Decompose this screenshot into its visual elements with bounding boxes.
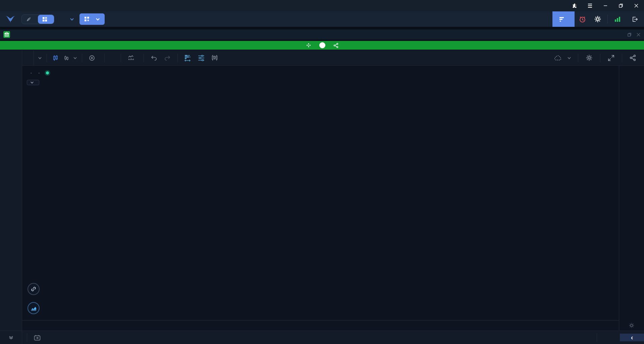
- mode-toggle: [21, 14, 54, 24]
- indicators-button[interactable]: [108, 50, 117, 65]
- indicators-collapse-button[interactable]: [27, 80, 39, 85]
- chevron-down-icon: [96, 18, 100, 21]
- save-button[interactable]: [551, 50, 575, 65]
- brightness-icon[interactable]: [629, 323, 635, 328]
- fullscreen-icon[interactable]: [604, 55, 619, 61]
- bar-style-icon[interactable]: [61, 55, 72, 61]
- redo-icon[interactable]: [161, 55, 174, 61]
- order-flow-panel-icon[interactable]: [181, 54, 195, 62]
- grid-icon: [42, 17, 47, 22]
- area-chart-icon: [31, 305, 37, 311]
- cloud-save-icon: [554, 55, 562, 61]
- chevron-down-icon: [70, 18, 74, 21]
- chart-canvas[interactable]: · ·: [22, 66, 619, 320]
- live-price: [0, 32, 644, 38]
- add-widget-icon: [84, 16, 90, 22]
- price-axis[interactable]: [619, 66, 644, 330]
- time-axis[interactable]: [22, 320, 619, 330]
- share-icon[interactable]: [333, 43, 338, 48]
- extensions-icon[interactable]: [567, 0, 582, 11]
- minimize-icon[interactable]: [598, 0, 613, 11]
- window-titlebar: [0, 0, 644, 11]
- exchange-bar[interactable]: [0, 41, 644, 50]
- undo-icon[interactable]: [147, 55, 161, 61]
- depth-panel-icon[interactable]: [195, 54, 208, 62]
- bottom-bar: ‹: [0, 331, 644, 344]
- chart-settings-icon[interactable]: [582, 54, 597, 61]
- pair-editor-button[interactable]: [552, 11, 575, 27]
- chart-legend[interactable]: · ·: [27, 70, 49, 76]
- collapse-panel-button[interactable]: ‹: [620, 334, 644, 341]
- gear-icon[interactable]: [590, 11, 605, 27]
- chevron-down-icon: [30, 81, 34, 84]
- btc-coin-icon: [319, 42, 325, 48]
- chevron-down-icon[interactable]: [38, 57, 42, 59]
- candlestick-style-icon[interactable]: [50, 55, 61, 61]
- pair-editor-icon: [559, 16, 565, 22]
- aurox-logo[interactable]: [5, 15, 16, 23]
- chart-widget-header: [0, 30, 644, 40]
- chart-toolbar: [0, 50, 644, 66]
- double-chevron-icon: [9, 336, 13, 340]
- workspace-selector[interactable]: [64, 18, 74, 21]
- market-status-dot: [46, 71, 49, 74]
- link-button[interactable]: [28, 283, 40, 295]
- chevron-down-icon: [567, 57, 571, 59]
- volume-panel-icon[interactable]: [208, 55, 221, 61]
- timeframe-group: [34, 50, 37, 65]
- alarm-clock-icon[interactable]: [575, 11, 590, 27]
- menu-icon[interactable]: [582, 0, 598, 11]
- templates-button[interactable]: [124, 50, 140, 65]
- chevron-down-icon[interactable]: [73, 57, 77, 59]
- templates-icon: [128, 55, 134, 61]
- link-icon: [31, 286, 37, 292]
- app-toolbar: [0, 11, 644, 27]
- compare-button[interactable]: [86, 50, 101, 65]
- restore-icon[interactable]: [613, 0, 629, 11]
- quill-icon: [26, 17, 31, 22]
- grid-mode-button[interactable]: [38, 15, 54, 24]
- binance-icon: [306, 43, 311, 48]
- rail-expand-button[interactable]: [0, 331, 22, 344]
- signal-bars-icon[interactable]: [610, 11, 625, 27]
- chart-mode-button[interactable]: [28, 302, 40, 314]
- add-widget-button[interactable]: [79, 13, 105, 25]
- logout-button[interactable]: [625, 16, 644, 22]
- close-icon[interactable]: [629, 0, 644, 11]
- lite-mode-button[interactable]: [22, 15, 38, 24]
- share-chart-icon[interactable]: [626, 55, 640, 61]
- logout-icon: [632, 16, 638, 22]
- drawing-tools-rail: [0, 50, 22, 331]
- compare-icon: [89, 55, 95, 61]
- goto-date-icon[interactable]: [29, 335, 45, 341]
